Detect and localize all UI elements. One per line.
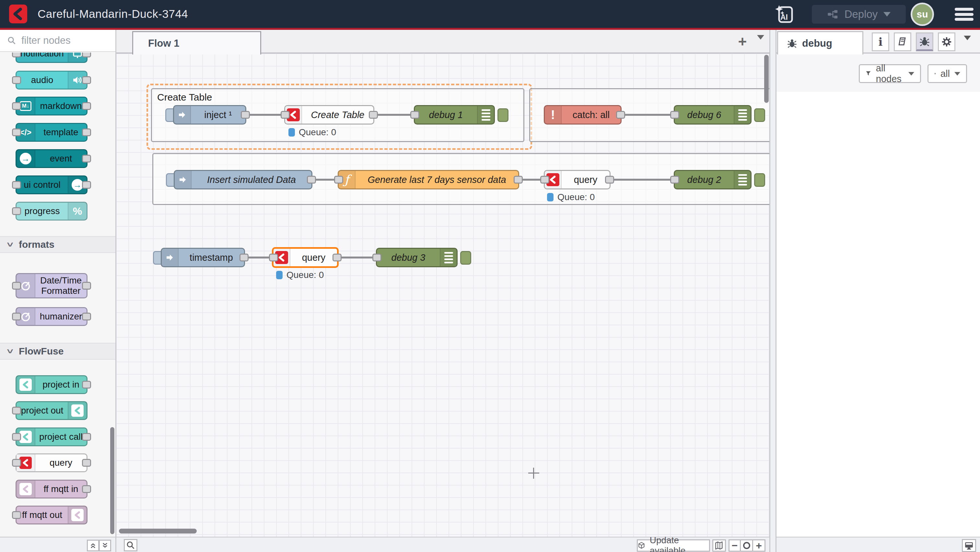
node-query2[interactable]: query	[544, 170, 611, 190]
node-catch-all[interactable]: ! catch: all	[544, 105, 622, 124]
port[interactable]	[540, 176, 549, 183]
palette-node-notification[interactable]: notification	[16, 53, 88, 63]
ai-assistant-button[interactable]: AI	[774, 4, 795, 24]
zoom-out-button[interactable]: −	[729, 539, 741, 552]
canvas-horizontal-scrollbar[interactable]	[119, 529, 197, 533]
port[interactable]	[670, 176, 679, 183]
flow-list-button[interactable]	[757, 40, 764, 45]
port[interactable]	[12, 207, 21, 215]
port[interactable]	[82, 53, 91, 57]
deploy-caret-icon[interactable]	[883, 12, 891, 16]
wire[interactable]	[374, 114, 415, 116]
port[interactable]	[12, 282, 21, 290]
port[interactable]	[605, 176, 614, 183]
palette-node-progress[interactable]: progress %	[16, 202, 88, 220]
palette-node-query[interactable]: query	[16, 453, 88, 472]
palette-node-markdown[interactable]: M↓ markdown	[16, 97, 88, 115]
config-tab-button[interactable]	[938, 32, 955, 51]
port[interactable]	[269, 254, 278, 262]
debug-clear-button[interactable]: all	[928, 64, 967, 83]
palette-node-audio[interactable]: audio	[16, 71, 88, 89]
port[interactable]	[410, 111, 419, 119]
port[interactable]	[12, 407, 21, 415]
palette-node-project-out[interactable]: project out	[16, 401, 88, 420]
port[interactable]	[82, 128, 91, 136]
palette-section-formats[interactable]: ˅ formats	[0, 236, 115, 253]
port[interactable]	[334, 176, 343, 183]
palette-node-ff-mqtt-in[interactable]: ff mqtt in	[16, 480, 88, 498]
port[interactable]	[12, 76, 21, 84]
port[interactable]	[12, 102, 21, 110]
debug-toggle-button[interactable]	[460, 251, 471, 265]
flow-canvas[interactable]: Create Table inject ¹ Create T	[116, 54, 769, 537]
flowfuse-logo-icon[interactable]	[9, 5, 27, 23]
debug-toggle-button[interactable]	[754, 108, 765, 122]
palette-node-event[interactable]: → event	[16, 149, 88, 168]
port[interactable]	[12, 53, 21, 57]
deploy-button[interactable]: Deploy	[812, 5, 906, 24]
port[interactable]	[12, 433, 21, 441]
wire[interactable]	[622, 114, 675, 116]
filter-nodes-input[interactable]	[21, 34, 103, 47]
palette-node-ui-control[interactable]: ui control →	[16, 175, 88, 194]
port[interactable]	[12, 128, 21, 136]
update-available-button[interactable]: Update available	[637, 539, 710, 552]
palette-node-template[interactable]: </> template	[16, 123, 88, 142]
port[interactable]	[372, 254, 382, 262]
palette-scrollbar[interactable]	[110, 427, 115, 534]
dashboard-button[interactable]	[962, 539, 976, 552]
debug-filter-button[interactable]: all nodes	[859, 64, 921, 83]
wire[interactable]	[609, 179, 675, 181]
port[interactable]	[12, 313, 21, 321]
palette-node-humanizer[interactable]: humanizer	[16, 307, 88, 326]
port[interactable]	[369, 111, 378, 119]
palette-section-flowfuse[interactable]: ˅ FlowFuse	[0, 343, 115, 360]
zoom-reset-button[interactable]	[741, 539, 753, 552]
port[interactable]	[82, 433, 91, 441]
node-generate-sensor-data[interactable]: ƒ Generate last 7 days sensor data	[338, 170, 519, 190]
sidebar-menu-button[interactable]	[964, 40, 971, 46]
port[interactable]	[82, 181, 91, 189]
port[interactable]	[82, 485, 91, 493]
port[interactable]	[332, 254, 342, 262]
debug-tab-button[interactable]	[916, 32, 933, 51]
add-flow-button[interactable]: +	[733, 32, 751, 51]
debug-toggle-button[interactable]	[754, 173, 765, 187]
main-menu-button[interactable]	[955, 8, 974, 21]
port[interactable]	[82, 459, 91, 467]
sidebar-resize-handle[interactable]	[769, 30, 776, 552]
port[interactable]	[82, 155, 91, 163]
palette-expand-button[interactable]	[99, 540, 111, 551]
node-inject1[interactable]: inject ¹	[173, 105, 246, 124]
node-debug6[interactable]: debug 6	[674, 105, 751, 124]
port[interactable]	[241, 111, 250, 119]
palette-collapse-button[interactable]	[87, 540, 99, 551]
tab-flow1[interactable]: Flow 1	[132, 31, 261, 54]
debug-toggle-button[interactable]	[498, 108, 509, 122]
port[interactable]	[12, 181, 21, 189]
port[interactable]	[82, 102, 91, 110]
node-timestamp[interactable]: timestamp	[161, 248, 245, 267]
zoom-in-button[interactable]: +	[753, 539, 765, 552]
node-create-table[interactable]: Create Table	[284, 105, 374, 124]
port[interactable]	[12, 511, 21, 519]
navigator-button[interactable]	[712, 539, 726, 552]
palette-search[interactable]	[0, 30, 115, 52]
port[interactable]	[82, 282, 91, 290]
port[interactable]	[616, 111, 625, 119]
port[interactable]	[82, 381, 91, 389]
port[interactable]	[281, 111, 290, 119]
canvas-search-button[interactable]	[124, 539, 137, 551]
info-tab-button[interactable]: i	[872, 32, 889, 51]
sidebar-tab-debug[interactable]: debug	[777, 31, 863, 54]
node-insert-simulated-data[interactable]: Insert simulated Data	[174, 170, 312, 190]
port[interactable]	[514, 176, 523, 183]
palette-node-project-in[interactable]: project in	[16, 375, 88, 394]
node-debug2[interactable]: debug 2	[674, 170, 751, 190]
port[interactable]	[307, 176, 316, 183]
palette-node-ff-mqtt-out[interactable]: ff mqtt out	[16, 506, 88, 525]
palette-node-project-call[interactable]: project call	[16, 428, 88, 446]
port[interactable]	[670, 111, 679, 119]
canvas-vertical-scrollbar[interactable]	[764, 55, 769, 103]
wire[interactable]	[246, 114, 285, 116]
